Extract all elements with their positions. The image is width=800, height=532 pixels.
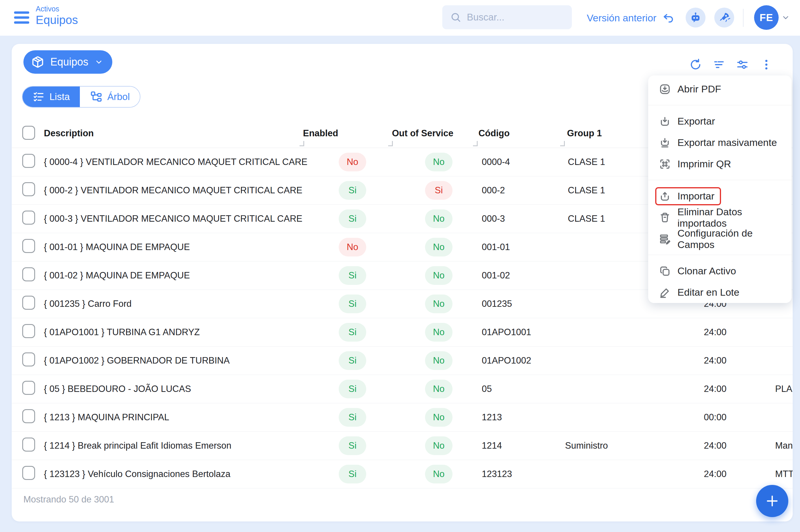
plus-icon	[765, 493, 780, 509]
cell-codigo: 001235	[482, 299, 512, 309]
column-header-out-of-service[interactable]: Out of Service	[392, 128, 453, 139]
out-of-service-badge: No	[425, 238, 453, 256]
cell-group1: CLASE 1	[568, 185, 605, 196]
out-of-service-badge: No	[425, 465, 453, 483]
entity-selector-button[interactable]: Equipos	[23, 50, 112, 74]
menu-item-label: Clonar Activo	[678, 265, 736, 277]
user-menu[interactable]: FE	[754, 5, 791, 30]
row-checkbox[interactable]	[22, 381, 35, 395]
menu-item-clonar-activo[interactable]: Clonar Activo	[648, 260, 792, 282]
menu-item-exportar[interactable]: Exportar	[648, 111, 792, 132]
row-checkbox[interactable]	[22, 409, 35, 423]
enabled-badge: No	[339, 238, 366, 256]
tab-lista[interactable]: Lista	[22, 87, 80, 107]
quick-launch-button[interactable]	[714, 7, 734, 27]
cell-time: 24:00	[704, 440, 727, 451]
cell-description: { 01APO1002 } GOBERNADOR DE TURBINA	[44, 355, 230, 366]
view-switcher: ListaÁrbol	[22, 86, 140, 108]
select-all-checkbox[interactable]	[22, 126, 35, 140]
cell-extra: PLA	[775, 384, 793, 394]
row-checkbox[interactable]	[22, 466, 35, 480]
column-header-description[interactable]: Description	[44, 128, 94, 139]
column-resize-handle[interactable]	[300, 141, 304, 146]
cell-description: { 001235 } Carro Ford	[44, 299, 132, 309]
enabled-badge: Si	[339, 181, 366, 200]
cell-description: { 0000-4 } VENTILADOR MECANICO MAQUET CR…	[44, 157, 307, 167]
column-header-enabled[interactable]: Enabled	[303, 128, 339, 139]
enabled-badge: Si	[339, 323, 366, 342]
table-row[interactable]: { 1213 } MAQUINA PRINCIPALSiNo121300:00	[12, 403, 793, 432]
assistant-bot-button[interactable]	[686, 7, 706, 27]
menu-item-editar-en-lote[interactable]: Editar en Lote	[648, 282, 792, 303]
filter-button[interactable]	[712, 58, 726, 72]
cell-codigo: 01APO1001	[482, 327, 531, 338]
row-checkbox[interactable]	[22, 239, 35, 253]
page-title: Equipos	[36, 14, 78, 26]
column-resize-handle[interactable]	[473, 141, 478, 146]
menu-item-label: Exportar masivamente	[678, 137, 777, 148]
cell-group1: Suministro	[565, 440, 608, 451]
search-box	[442, 5, 572, 29]
column-resize-handle[interactable]	[388, 141, 393, 146]
table-row[interactable]: { 1214 } Break principal Eafit Idiomas E…	[12, 432, 793, 460]
hamburger-menu-button[interactable]	[14, 9, 31, 26]
row-checkbox[interactable]	[22, 211, 35, 225]
out-of-service-badge: No	[425, 153, 453, 171]
cell-time: 24:00	[704, 469, 727, 479]
cell-description: { 01APO1001 } TURBINA G1 ANDRYZ	[44, 327, 200, 338]
row-checkbox[interactable]	[22, 154, 35, 168]
enabled-badge: Si	[339, 351, 366, 370]
column-resize-handle[interactable]	[560, 141, 565, 146]
cell-description: { 123123 } Vehículo Consignaciones Berto…	[44, 469, 230, 479]
sliders-button[interactable]	[735, 58, 749, 72]
menu-divider	[648, 255, 792, 255]
cell-description: { 001-02 } MAQUINA DE EMPAQUE	[44, 270, 190, 281]
column-header-codigo[interactable]: Código	[478, 128, 510, 139]
table-row[interactable]: { 01APO1001 } TURBINA G1 ANDRYZSiNo01APO…	[12, 318, 793, 346]
export-bulk-icon	[659, 137, 671, 149]
previous-version-link[interactable]: Versión anterior	[585, 0, 677, 36]
row-checkbox[interactable]	[22, 267, 35, 281]
table-row[interactable]: { 01APO1002 } GOBERNADOR DE TURBINASiNo0…	[12, 346, 793, 375]
kebab-button[interactable]	[759, 58, 774, 72]
out-of-service-badge: No	[425, 408, 453, 427]
avatar: FE	[754, 5, 779, 30]
row-checkbox[interactable]	[22, 324, 35, 338]
menu-item-configuraci-n-de-campos[interactable]: Configuración de Campos	[648, 228, 792, 249]
menu-item-imprimir-qr[interactable]: Imprimir QR	[648, 153, 792, 175]
row-checkbox[interactable]	[22, 182, 35, 196]
filter-icon	[712, 58, 726, 71]
import-icon	[659, 190, 671, 203]
row-checkbox[interactable]	[22, 296, 35, 310]
cell-extra: MTT	[775, 469, 793, 479]
add-asset-fab[interactable]	[756, 485, 788, 517]
menu-item-label: Configuración de Campos	[678, 228, 780, 250]
checklist-icon	[33, 91, 45, 103]
tab-label: Árbol	[107, 91, 130, 102]
sliders-icon	[736, 58, 749, 71]
refresh-button[interactable]	[689, 58, 703, 72]
cell-description: { 000-2 } VENTILADOR MECANICO MAQUET CRI…	[44, 185, 302, 196]
cell-time: 24:00	[704, 384, 727, 394]
rocket-icon	[718, 11, 731, 24]
menu-item-label: Imprimir QR	[678, 158, 731, 170]
row-checkbox[interactable]	[22, 438, 35, 452]
menu-item-label: Editar en Lote	[678, 287, 740, 298]
table-row[interactable]: { 123123 } Vehículo Consignaciones Berto…	[12, 460, 793, 489]
menu-item-abrir-pdf[interactable]: Abrir PDF	[648, 78, 792, 100]
menu-divider	[648, 105, 792, 105]
results-summary: Mostrando 50 de 3001	[23, 494, 114, 505]
search-input[interactable]	[466, 12, 569, 23]
menu-item-label: Abrir PDF	[678, 83, 721, 95]
cell-description: { 05 } BEBEDOURO - JOÃO LUCAS	[44, 384, 191, 394]
tab-árbol[interactable]: Árbol	[80, 87, 140, 107]
table-row[interactable]: { 05 } BEBEDOURO - JOÃO LUCASSiNo0524:00…	[12, 375, 793, 403]
column-header-group1[interactable]: Group 1	[567, 128, 602, 139]
cell-description: { 000-3 } VENTILADOR MECANICO MAQUET CRI…	[44, 213, 302, 224]
cell-codigo: 001-02	[482, 270, 510, 281]
menu-divider	[648, 180, 792, 180]
menu-item-exportar-masivamente[interactable]: Exportar masivamente	[648, 132, 792, 153]
row-checkbox[interactable]	[22, 353, 35, 366]
fields-config-icon	[659, 233, 671, 245]
enabled-badge: No	[339, 153, 366, 171]
